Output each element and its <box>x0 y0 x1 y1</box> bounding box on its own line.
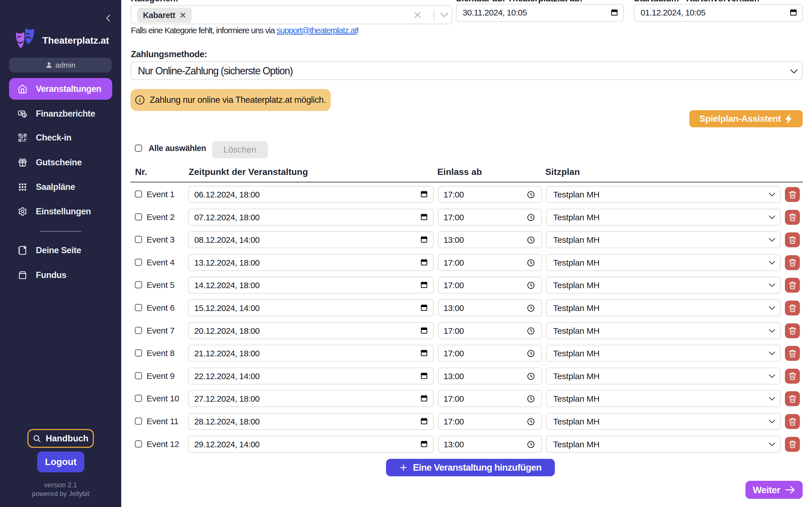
svg-text:i: i <box>139 97 141 103</box>
svg-text:$: $ <box>23 113 26 117</box>
